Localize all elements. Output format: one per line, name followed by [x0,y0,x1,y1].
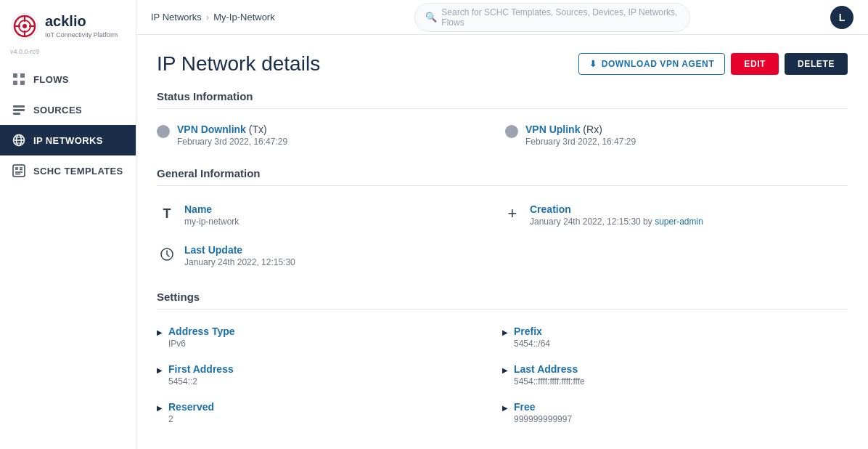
setting-reserved: ▶ Reserved 2 [157,394,502,432]
sidebar-item-flows-label: FLOWS [33,74,69,85]
templates-icon [12,163,26,178]
status-downlink: VPN Downlink (Tx) February 3rd 2022, 16:… [157,118,499,153]
sidebar-item-flows[interactable]: FLOWS [0,64,136,94]
app-version: v4.0.0-rc9 [0,48,136,64]
info-name-key: Name [184,203,239,215]
setting-prefix-key: Prefix [514,325,550,337]
setting-free-value: 999999999997 [514,414,572,424]
info-grid: T Name my-ip-network + Creation January … [157,195,848,276]
svg-rect-10 [13,81,17,85]
delete-button[interactable]: DELETE [785,53,848,75]
info-creation: + Creation January 24th 2022, 12:15:30 b… [502,195,848,235]
status-downlink-label: VPN Downlink (Tx) [177,124,287,135]
content-area: IP Network details ⬇ DOWNLOAD VPN AGENT … [136,35,868,449]
sidebar-item-schc-templates-label: SCHC TEMPLATES [33,166,123,177]
creation-admin: super-admin [655,217,703,227]
info-creation-key: Creation [530,203,703,215]
breadcrumb: IP Networks › My-Ip-Network [151,12,275,23]
info-last-update: Last Update January 24th 2022, 12:15:30 [157,235,502,276]
page-header: IP Network details ⬇ DOWNLOAD VPN AGENT … [157,52,848,76]
svg-rect-20 [13,165,25,177]
setting-first-address-value: 5454::2 [168,376,234,387]
setting-address-type-key: Address Type [168,325,235,337]
status-uplink: VPN Uplink (Rx) February 3rd 2022, 16:47… [505,118,848,153]
general-section-title: General Information [157,167,848,186]
status-section-title: Status Information [157,90,848,109]
status-uplink-label: VPN Uplink (Rx) [525,124,636,135]
clock-icon [157,244,177,264]
breadcrumb-current: My-Ip-Network [213,12,275,23]
chevron-first-address: ▶ [157,366,163,374]
status-section: Status Information VPN Downlink (Tx) Feb… [157,90,848,153]
sidebar-item-ip-networks-label: IP NETWORKS [33,135,103,146]
page-title: IP Network details [157,52,320,76]
general-section: General Information T Name my-ip-network… [157,167,848,276]
status-downlink-date: February 3rd 2022, 16:47:29 [177,137,287,147]
chevron-last-address: ▶ [502,366,508,374]
setting-last-address: ▶ Last Address 5454::ffff:ffff:ffff:fffe [502,356,848,394]
status-downlink-suffix: (Tx) [249,124,267,135]
sidebar-item-schc-templates[interactable]: SCHC TEMPLATES [0,155,136,186]
search-bar[interactable]: 🔍 Search for SCHC Templates, Sources, De… [414,3,690,32]
flows-icon [12,72,26,86]
topbar: IP Networks › My-Ip-Network 🔍 Search for… [136,0,868,35]
setting-last-address-key: Last Address [514,363,585,375]
breadcrumb-separator: › [206,12,209,23]
setting-prefix: ▶ Prefix 5454::/64 [502,318,848,356]
setting-free-key: Free [514,401,572,413]
info-creation-value: January 24th 2022, 12:15:30 by super-adm… [530,217,703,227]
settings-section-title: Settings [157,291,848,310]
svg-rect-13 [13,109,25,111]
info-last-update-key: Last Update [184,244,295,256]
svg-rect-14 [13,113,20,115]
status-dot-downlink [157,125,170,138]
sidebar-nav: FLOWS SOURCES IP [0,64,136,186]
globe-icon [12,133,26,147]
logo-icon [10,12,39,41]
svg-rect-21 [15,167,18,170]
chevron-address-type: ▶ [157,328,163,336]
svg-rect-8 [13,73,17,78]
setting-first-address: ▶ First Address 5454::2 [157,356,502,394]
setting-last-address-value: 5454::ffff:ffff:ffff:fffe [514,376,585,387]
setting-address-type: ▶ Address Type IPv6 [157,318,502,356]
settings-section: Settings ▶ Address Type IPv6 ▶ Prefix 54… [157,291,848,432]
sidebar-item-sources[interactable]: SOURCES [0,94,136,125]
search-icon: 🔍 [425,12,437,23]
chevron-free: ▶ [502,404,508,412]
sources-icon [12,102,26,117]
status-uplink-date: February 3rd 2022, 16:47:29 [525,137,636,147]
download-button-label: DOWNLOAD VPN AGENT [602,59,715,69]
chevron-reserved: ▶ [157,404,163,412]
setting-reserved-key: Reserved [168,401,214,413]
svg-point-3 [22,24,27,28]
download-icon: ⬇ [589,59,597,69]
info-last-update-value: January 24th 2022, 12:15:30 [184,257,295,267]
status-uplink-suffix: (Rx) [583,124,602,135]
setting-address-type-value: IPv6 [168,339,235,349]
main-content: IP Networks › My-Ip-Network 🔍 Search for… [136,0,868,449]
edit-button[interactable]: EDIT [731,53,779,75]
sidebar: acklio IoT Connectivity Platform v4.0.0-… [0,0,136,449]
info-name-value: my-ip-network [184,217,239,227]
sidebar-item-ip-networks[interactable]: IP NETWORKS [0,125,136,155]
logo-subtitle: IoT Connectivity Platform [45,31,118,39]
svg-rect-9 [20,73,25,78]
settings-grid: ▶ Address Type IPv6 ▶ Prefix 5454::/64 ▶ [157,318,848,432]
chevron-prefix: ▶ [502,328,508,336]
svg-rect-11 [20,81,25,85]
status-grid: VPN Downlink (Tx) February 3rd 2022, 16:… [157,118,848,153]
user-avatar[interactable]: L [830,6,853,29]
breadcrumb-parent[interactable]: IP Networks [151,12,202,23]
status-dot-uplink [505,125,518,138]
name-icon: T [157,203,177,224]
svg-rect-12 [13,105,25,108]
setting-prefix-value: 5454::/64 [514,339,550,349]
sidebar-item-sources-label: SOURCES [33,105,82,116]
info-name: T Name my-ip-network [157,195,502,235]
search-placeholder-text: Search for SCHC Templates, Sources, Devi… [441,7,679,28]
download-vpn-button[interactable]: ⬇ DOWNLOAD VPN AGENT [578,53,725,75]
creation-icon: + [502,203,523,224]
setting-free: ▶ Free 999999999997 [502,394,848,432]
logo-text: acklio [45,13,118,30]
